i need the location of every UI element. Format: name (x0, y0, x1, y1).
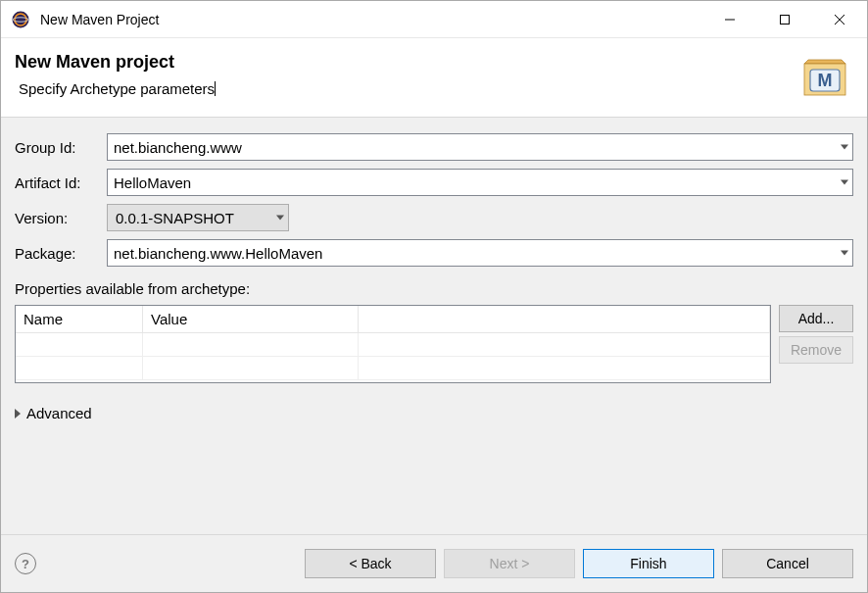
chevron-down-icon (841, 145, 848, 150)
group-id-input[interactable]: net.biancheng.www (107, 133, 853, 161)
help-button[interactable]: ? (15, 553, 36, 574)
minimize-button[interactable] (702, 1, 757, 37)
advanced-label: Advanced (26, 405, 92, 421)
properties-label: Properties available from archetype: (15, 280, 853, 297)
version-combo[interactable]: 0.0.1-SNAPSHOT (107, 204, 289, 231)
svg-text:M: M (818, 71, 833, 90)
window-title: New Maven Project (40, 12, 702, 27)
chevron-down-icon (841, 180, 848, 185)
package-input[interactable]: net.biancheng.www.HelloMaven (107, 239, 853, 267)
page-title: New Maven project (15, 52, 800, 73)
window-titlebar: New Maven Project (1, 1, 867, 38)
cancel-button[interactable]: Cancel (722, 549, 853, 578)
properties-header: Name Value (16, 306, 770, 333)
group-id-label: Group Id: (15, 139, 101, 156)
remove-button: Remove (779, 336, 853, 364)
add-button[interactable]: Add... (779, 305, 853, 332)
package-label: Package: (15, 245, 101, 262)
triangle-right-icon (15, 409, 21, 419)
back-button[interactable]: < Back (305, 549, 436, 578)
group-id-value: net.biancheng.www (114, 139, 242, 156)
chevron-down-icon (841, 251, 848, 256)
table-row[interactable] (16, 333, 770, 357)
table-row[interactable] (16, 357, 770, 380)
advanced-toggle[interactable]: Advanced (15, 405, 853, 421)
chevron-down-icon (276, 216, 284, 221)
artifact-id-input[interactable]: HelloMaven (107, 169, 853, 196)
wizard-body: Group Id: net.biancheng.www Artifact Id:… (1, 118, 867, 534)
package-value: net.biancheng.www.HelloMaven (114, 245, 322, 262)
next-button: Next > (444, 549, 575, 578)
version-value: 0.0.1-SNAPSHOT (116, 210, 234, 226)
properties-table[interactable]: Name Value (15, 305, 771, 383)
version-label: Version: (15, 210, 101, 226)
eclipse-icon (11, 10, 30, 29)
close-button[interactable] (812, 1, 867, 37)
maximize-button[interactable] (757, 1, 812, 37)
page-subtitle: Specify Archetype parameters (19, 80, 215, 97)
wizard-footer: ? < Back Next > Finish Cancel (1, 534, 867, 592)
column-value[interactable]: Value (143, 306, 359, 332)
maven-wizard-icon: M (800, 56, 849, 99)
wizard-header: New Maven project Specify Archetype para… (1, 38, 867, 118)
column-blank (359, 306, 770, 332)
svg-rect-3 (781, 15, 790, 24)
finish-button[interactable]: Finish (583, 549, 714, 578)
artifact-id-label: Artifact Id: (15, 174, 101, 191)
column-name[interactable]: Name (16, 306, 143, 332)
artifact-id-value: HelloMaven (114, 174, 191, 191)
window-controls (702, 1, 867, 37)
